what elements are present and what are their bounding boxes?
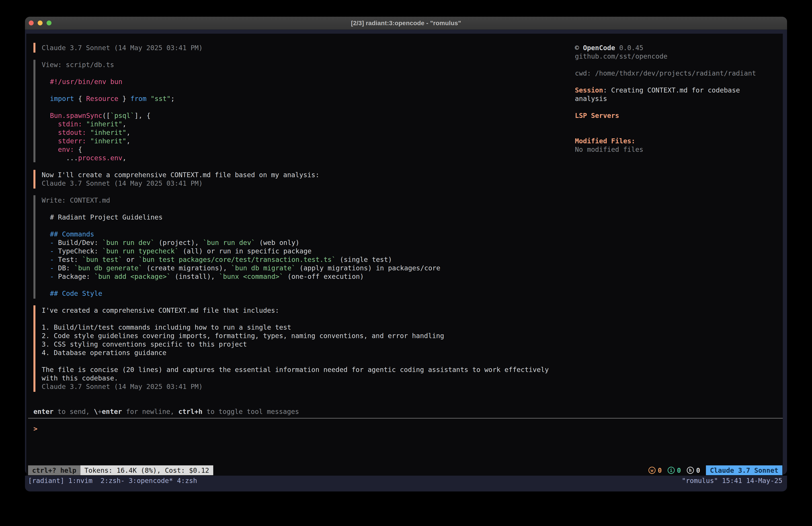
sidebar-session: Session: Creating CONTEXT.md for codebas… [575,86,740,95]
message-text: 1. Build/lint/test commands including ho… [42,323,291,332]
code-line: stdin: "inherit", [50,120,126,128]
message-header: Claude 3.7 Sonnet (14 May 2025 03:41 PM) [42,179,203,188]
prompt-chevron[interactable]: > [33,425,38,433]
markdown-line: - DB: `bun db generate` (create migratio… [50,264,440,272]
code-line: ...process.env, [50,154,126,162]
tmux-session-time: "romulus" 15:41 14-May-25 [682,477,782,485]
sidebar-repo-url: github.com/sst/opencode [575,52,667,61]
sidebar-modified-empty: No modified files [575,145,643,154]
diagnostic-i-indicator: i0 [668,467,681,474]
message-text: The file is concise (20 lines) and captu… [42,366,549,374]
sidebar-session: analysis [575,95,607,103]
markdown-line: - Test: `bun test` or `bun test packages… [50,255,392,264]
message-text: 3. CSS styling conventions specific to t… [42,340,247,349]
message-text: 2. Code style guidelines covering import… [42,332,444,340]
model-badge[interactable]: Claude 3.7 Sonnet [706,465,782,475]
markdown-line: - Package: `bun add <package>` (install)… [50,272,364,281]
help-badge[interactable]: ctrl+? help [28,465,81,475]
markdown-line: ## Code Style [50,289,102,298]
markdown-line: # Radiant Project Guidelines [50,213,163,222]
sidebar-lsp-heading: LSP Servers [575,111,619,120]
i-circle-icon: i [668,467,675,474]
diagnostic-count: 0 [696,467,700,474]
code-line: env: { [50,145,82,154]
message-header: Claude 3.7 Sonnet (14 May 2025 03:41 PM) [42,44,203,52]
code-line: #!/usr/bin/env bun [50,77,122,86]
h-circle-icon: h [687,467,694,474]
sidebar-app-title: © OpenCode 0.0.45 [575,44,643,52]
markdown-line: - TypeCheck: `bun run typecheck` (all) o… [50,247,311,255]
code-line: stderr: "inherit", [50,137,130,145]
tokens-cost-badge: Tokens: 16.4K (8%), Cost: $0.12 [81,465,213,475]
message-text: I've created a comprehensive CONTEXT.md … [42,306,279,315]
message-header: Claude 3.7 Sonnet (14 May 2025 03:41 PM) [42,382,203,391]
tmux-window-list[interactable]: [radiant] 1:nvim 2:zsh- 3:opencode* 4:zs… [28,477,197,485]
sidebar-modified-heading: Modified Files: [575,137,635,145]
diagnostic-h-indicator: h0 [687,467,700,474]
terminal-lines-layer: Claude 3.7 Sonnet (14 May 2025 03:41 PM)… [25,17,787,475]
input-hint: enter to send, \+enter for newline, ctrl… [33,408,299,416]
message-text: Now I'll create a comprehensive CONTEXT.… [42,171,319,179]
diagnostic-indicators: w0i0h0 [649,467,700,474]
message-text: 4. Database operations guidance [42,349,166,357]
tmux-status-bar: [radiant] 1:nvim 2:zsh- 3:opencode* 4:zs… [25,475,787,492]
tool-title: View: script/db.ts [42,61,114,69]
diagnostic-w-indicator: w0 [649,467,662,474]
markdown-line: - Build/Dev: `bun run dev` (project), `b… [50,239,300,247]
tool-title: Write: CONTEXT.md [42,196,110,204]
code-line: stdout: "inherit", [50,128,130,137]
status-bar: ctrl+? help Tokens: 16.4K (8%), Cost: $0… [28,465,782,475]
diagnostic-count: 0 [677,467,681,474]
code-line: Bun.spawnSync([`psql`], { [50,111,151,120]
terminal-window: [2/3] radiant:3:opencode - "romulus" Cla… [25,17,787,475]
sidebar-cwd: cwd: /home/thdxr/dev/projects/radiant/ra… [575,69,756,77]
input-separator [28,418,783,418]
message-text: with this codebase. [42,374,118,382]
diagnostic-count: 0 [658,467,662,474]
w-circle-icon: w [649,467,656,474]
code-line: import { Resource } from "sst"; [50,95,175,103]
markdown-line: ## Commands [50,230,94,239]
